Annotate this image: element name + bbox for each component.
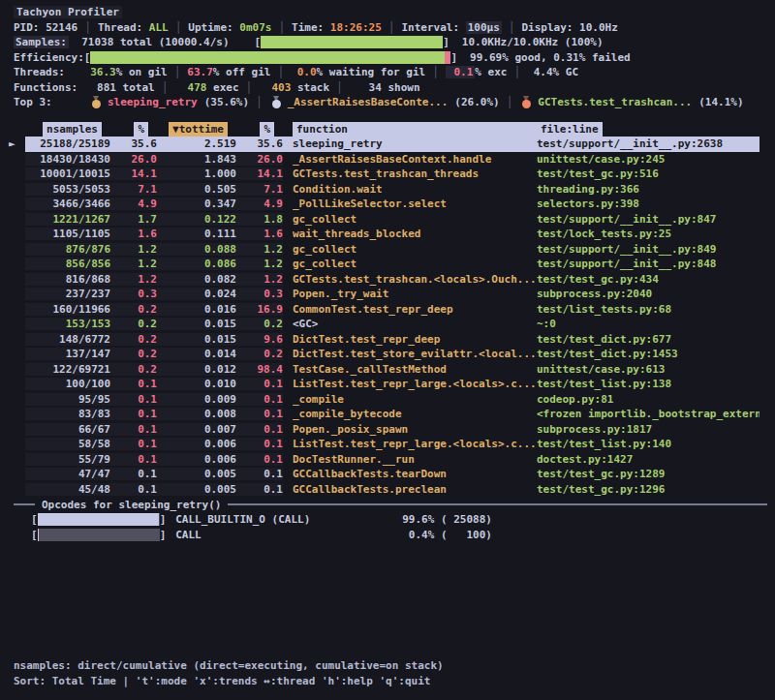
table-row[interactable]: 83/830.10.0080.1_compile_bytecode<frozen… bbox=[25, 407, 760, 422]
table-row[interactable]: 45/480.10.0050.1GCCallbackTests.preclean… bbox=[25, 482, 760, 498]
bracket-open: [ bbox=[255, 36, 262, 48]
cell-percent-cumulative: 1.2 bbox=[236, 243, 283, 256]
cell-nsamples: 122/69721 bbox=[25, 363, 110, 376]
header-nsamples[interactable]: nsamples bbox=[25, 122, 110, 137]
cell-percent-cumulative: 0.2 bbox=[236, 318, 283, 330]
table-row[interactable]: 137/1470.20.0140.2DictTest.test_store_ev… bbox=[25, 347, 760, 362]
cell-nsamples: 47/47 bbox=[25, 468, 110, 480]
top3-function-name: GCTests.test_trashcan... bbox=[538, 96, 692, 108]
table-row[interactable]: 66/670.10.0070.1Popen._posix_spawnsubpro… bbox=[25, 422, 760, 438]
function-stat-separator: │ bbox=[329, 81, 350, 94]
cell-tottime: 1.843 bbox=[157, 153, 236, 166]
thread-stat-value: 36.3 bbox=[78, 66, 116, 78]
cell-percent-cumulative: 0.1 bbox=[236, 468, 283, 480]
table-row[interactable]: 5053/50537.10.5057.1Condition.waitthread… bbox=[25, 182, 760, 198]
status-value: 18:26:25 bbox=[330, 21, 382, 34]
app-title-line: Tachyon Profiler bbox=[0, 5, 775, 20]
cell-nsamples: 58/58 bbox=[25, 438, 110, 450]
cell-nsamples: 45/48 bbox=[25, 483, 110, 496]
cell-percent-cumulative: 0.3 bbox=[236, 288, 283, 300]
status-label: Display: bbox=[521, 21, 579, 34]
table-row[interactable]: 95/950.10.0090.1_compilecodeop.py:81 bbox=[25, 392, 760, 408]
top3-function-name: sleeping_retry bbox=[108, 96, 198, 108]
cell-tottime: 0.005 bbox=[157, 483, 236, 496]
table-row[interactable]: 3466/34664.90.3474.9_PollLikeSelector.se… bbox=[25, 197, 760, 212]
cell-function: _PollLikeSelector.select bbox=[293, 198, 537, 210]
top3-separator: │ bbox=[500, 96, 520, 108]
header-percent-direct[interactable]: % bbox=[110, 122, 157, 137]
bracket-open: [ bbox=[31, 529, 38, 541]
cell-function: ListTest.test_repr_large.<locals>.c... bbox=[293, 438, 537, 450]
cell-percent-direct: 35.6 bbox=[110, 137, 157, 150]
thread-stat-unit: % waiting for gil bbox=[317, 66, 426, 78]
table-row[interactable]: 18430/1843026.01.84326.0_AssertRaisesBas… bbox=[25, 152, 760, 167]
cell-percent-cumulative: 0.1 bbox=[236, 453, 283, 466]
cell-tottime: 0.006 bbox=[157, 453, 236, 466]
table-row[interactable]: 856/8561.20.0861.2gc_collecttest/support… bbox=[25, 257, 760, 272]
selected-row-arrow-icon: ► bbox=[9, 137, 16, 150]
opcode-row: []CALL_BUILTIN_O (CALL)99.6% ( 25088) bbox=[0, 512, 775, 528]
cell-percent-cumulative: 16.9 bbox=[236, 303, 283, 316]
table-row[interactable]: 153/1530.20.0150.2<GC>~:0 bbox=[25, 317, 760, 332]
status-bar: PID: 52146│Thread: ALL│Uptime: 0m07s│Tim… bbox=[0, 20, 775, 36]
cell-file-line: selectors.py:398 bbox=[537, 198, 760, 210]
table-row[interactable]: 237/2370.30.0240.3Popen._try_waitsubproc… bbox=[25, 287, 760, 302]
cell-percent-direct: 0.1 bbox=[110, 468, 157, 480]
cell-percent-direct: 0.1 bbox=[110, 453, 157, 466]
table-row[interactable]: 148/67720.20.0159.6DictTest.test_repr_de… bbox=[25, 332, 760, 348]
efficiency-bar bbox=[90, 51, 450, 64]
cell-nsamples: 83/83 bbox=[25, 408, 110, 420]
samples-rate: 10.0KHz/10.0KHz (100%) bbox=[462, 36, 604, 48]
header-percent-cumulative[interactable]: % bbox=[236, 122, 283, 137]
cell-percent-cumulative: 98.4 bbox=[236, 363, 283, 376]
header-tottime-sorted[interactable]: ▼tottime bbox=[157, 122, 236, 137]
cell-percent-direct: 0.1 bbox=[110, 393, 157, 406]
cell-tottime: 2.519 bbox=[157, 137, 236, 150]
cell-tottime: 0.012 bbox=[157, 363, 236, 376]
cell-file-line: test/support/__init__.py:2638 bbox=[537, 137, 760, 150]
status-label: Thread: bbox=[98, 21, 149, 34]
table-row[interactable]: 1105/11051.60.1111.6wait_threads_blocked… bbox=[25, 227, 760, 242]
table-row[interactable]: ►25188/2518935.62.51935.6sleeping_retryt… bbox=[25, 137, 760, 152]
header-function[interactable]: function bbox=[293, 122, 537, 137]
thread-stat-separator: │ bbox=[425, 66, 446, 78]
cell-percent-direct: 1.6 bbox=[110, 228, 157, 240]
cell-file-line: test/test_gc.py:434 bbox=[537, 273, 760, 286]
table-row[interactable]: 100/1000.10.0100.1ListTest.test_repr_lar… bbox=[25, 377, 760, 392]
table-row[interactable]: 876/8761.20.0881.2gc_collecttest/support… bbox=[25, 242, 760, 258]
status-separator: │ bbox=[382, 21, 402, 34]
cell-percent-direct: 0.1 bbox=[110, 378, 157, 390]
opcode-percent: 99.6% ( 25088) bbox=[402, 513, 492, 526]
cell-function: GCTests.test_trashcan.<locals>.Ouch... bbox=[293, 273, 537, 286]
bracket-close: ] bbox=[450, 51, 457, 64]
table-row[interactable]: 1221/12671.70.1221.8gc_collecttest/suppo… bbox=[25, 212, 760, 228]
cell-percent-cumulative: 0.1 bbox=[236, 408, 283, 420]
cell-nsamples: 95/95 bbox=[25, 393, 110, 406]
cell-tottime: 0.024 bbox=[157, 288, 236, 300]
efficiency-label: Efficiency: bbox=[14, 51, 84, 64]
cell-function: _AssertRaisesBaseContext.handle bbox=[293, 153, 537, 166]
cell-percent-direct: 0.2 bbox=[110, 303, 157, 316]
table-row[interactable]: 160/119660.20.01616.9CommonTest.test_rep… bbox=[25, 302, 760, 318]
opcodes-title: Opcodes for sleeping_retry() bbox=[42, 499, 221, 511]
functions-label: Functions: bbox=[14, 81, 78, 94]
table-row[interactable]: 816/8681.20.0821.2GCTests.test_trashcan.… bbox=[25, 272, 760, 288]
efficiency-line: Efficiency:[]99.69% good, 0.31% failed bbox=[0, 50, 775, 66]
status-separator: │ bbox=[502, 21, 522, 34]
cell-function: sleeping_retry bbox=[293, 137, 537, 150]
cell-function: Popen._try_wait bbox=[293, 288, 537, 300]
table-row[interactable]: 47/470.10.0050.1GCCallbackTests.tearDown… bbox=[25, 467, 760, 482]
cell-file-line: unittest/case.py:613 bbox=[537, 363, 760, 376]
thread-stat-value: 63.7 bbox=[187, 66, 213, 78]
table-row[interactable]: 10001/1001514.11.00014.1GCTests.test_tra… bbox=[25, 167, 760, 182]
table-row[interactable]: 55/790.10.0060.1DocTestRunner.__rundocte… bbox=[25, 452, 760, 468]
header-file-line[interactable]: file:line bbox=[537, 122, 760, 137]
top3-percent: (35.6%) bbox=[204, 96, 249, 108]
cell-function: _compile bbox=[293, 393, 537, 406]
top3-label: Top 3: bbox=[14, 96, 89, 108]
table-row[interactable]: 122/697210.20.01298.4TestCase._callTestM… bbox=[25, 362, 760, 378]
bracket-open: [ bbox=[84, 51, 91, 64]
table-row[interactable]: 58/580.10.0060.1ListTest.test_repr_large… bbox=[25, 437, 760, 452]
cell-nsamples: 816/868 bbox=[25, 273, 110, 286]
thread-stat-separator: │ bbox=[507, 66, 527, 78]
